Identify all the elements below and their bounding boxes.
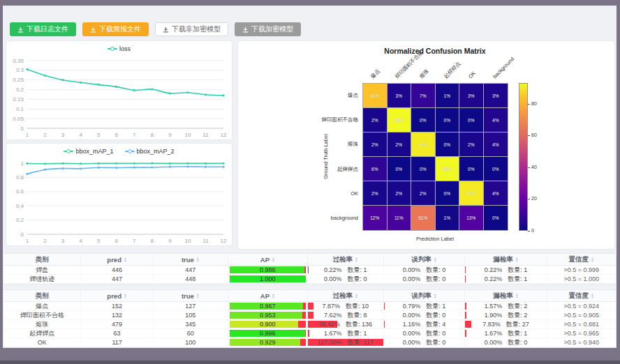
matrix-cell: 0% bbox=[436, 108, 460, 132]
cell-misjudge-rate: 0.00%数量: 0 bbox=[384, 266, 466, 275]
svg-text:5: 5 bbox=[97, 238, 101, 244]
download-button-1[interactable]: 下载日志文件 bbox=[10, 22, 76, 36]
matrix-cell-value: 12% bbox=[370, 215, 379, 220]
sort-icon[interactable]: ▲▼ bbox=[272, 293, 275, 298]
sort-icon[interactable]: ▲▼ bbox=[124, 293, 127, 298]
column-header-label: true bbox=[182, 292, 194, 300]
rate-bar bbox=[384, 303, 385, 310]
cell-confidence: >0.5 = 0.905 bbox=[547, 311, 616, 320]
cell-over-rate: 0.22%数量: 1 bbox=[308, 266, 384, 275]
matrix-row-label: background bbox=[301, 215, 358, 221]
matrix-cell-value: 90% bbox=[418, 142, 427, 147]
table-row: 焊印面积不合格1321050.9537.62%数量: 80.00%数量: 01.… bbox=[3, 311, 616, 320]
download-button-2[interactable]: 下载简报文件 bbox=[82, 22, 149, 36]
cell-pred: 132 bbox=[81, 311, 153, 320]
svg-text:1: 1 bbox=[26, 132, 29, 138]
rate-count: 数量: 0 bbox=[426, 311, 445, 320]
matrix-cell-value: 3% bbox=[492, 93, 499, 98]
table-header-row: 类别pred▲▼true▲▼AP▲▼过检率▲▼误判率▲▼漏检率▲▼置信度▲▼ bbox=[3, 290, 616, 302]
rate-count: 数量: 2 bbox=[508, 302, 527, 311]
svg-text:0.3: 0.3 bbox=[16, 67, 24, 73]
column-header-AP[interactable]: AP▲▼ bbox=[228, 254, 308, 266]
rate-percent: 1.90% bbox=[485, 312, 503, 319]
column-header-置信度[interactable]: 置信度▲▼ bbox=[547, 254, 616, 266]
sort-icon[interactable]: ▲▼ bbox=[196, 257, 200, 262]
svg-text:0.35: 0.35 bbox=[13, 58, 24, 64]
table-row: 爆点1521270.9677.87%数量: 100.79%数量: 11.57%数… bbox=[3, 302, 616, 311]
matrix-cell: 0% bbox=[484, 157, 508, 181]
sort-icon[interactable]: ▲▼ bbox=[591, 257, 594, 262]
column-header-true[interactable]: true▲▼ bbox=[154, 290, 228, 302]
ap-value: 0.996 bbox=[260, 330, 276, 337]
matrix-cell-value: 0% bbox=[420, 118, 426, 123]
map-chart-card: bbox_mAP_1bbox_mAP_2 00.20.40.60.8112345… bbox=[6, 143, 232, 246]
matrix-col-label: background bbox=[492, 56, 516, 80]
legend-item-bbox_mAP_1[interactable]: bbox_mAP_1 bbox=[64, 148, 113, 155]
cell-pred: 447 bbox=[81, 275, 153, 284]
svg-text:0.15: 0.15 bbox=[13, 96, 24, 103]
column-header-AP[interactable]: AP▲▼ bbox=[228, 290, 308, 302]
cell-misjudge-rate: 0.00%数量: 0 bbox=[384, 275, 466, 284]
svg-text:9: 9 bbox=[168, 132, 172, 138]
column-header-过检率[interactable]: 过检率▲▼ bbox=[308, 254, 384, 266]
table-row: OK1171000.929117.00%数量: 1170.00%数量: 00.0… bbox=[3, 338, 616, 347]
sort-icon[interactable]: ▲▼ bbox=[355, 257, 358, 262]
matrix-cell: 2% bbox=[363, 108, 388, 132]
column-header-漏检率[interactable]: 漏检率▲▼ bbox=[465, 254, 547, 266]
svg-text:4: 4 bbox=[79, 132, 82, 138]
column-header-误判率[interactable]: 误判率▲▼ bbox=[384, 254, 466, 266]
legend-item-loss[interactable]: loss bbox=[108, 45, 131, 52]
download-icon bbox=[90, 26, 96, 33]
matrix-cell-value: 2% bbox=[420, 191, 426, 196]
svg-text:0.2: 0.2 bbox=[16, 217, 24, 223]
cell-class-label: OK bbox=[3, 338, 81, 347]
cell-over-rate: 7.87%数量: 10 bbox=[308, 302, 384, 311]
matrix-cell: 2% bbox=[388, 181, 412, 206]
svg-text:0.1: 0.1 bbox=[16, 106, 24, 112]
sort-icon[interactable]: ▲▼ bbox=[196, 293, 200, 298]
svg-text:0.25: 0.25 bbox=[13, 77, 24, 83]
rate-bar bbox=[308, 330, 309, 337]
matrix-cell: 1% bbox=[436, 84, 460, 108]
sort-icon[interactable]: ▲▼ bbox=[591, 293, 594, 298]
table-row: 焊盘4464470.9860.22%数量: 10.00%数量: 00.22%数量… bbox=[3, 266, 616, 275]
confidence-value: >0.5 = 0.924 bbox=[564, 303, 600, 310]
svg-text:2: 2 bbox=[43, 238, 47, 244]
matrix-cell-value: 0% bbox=[468, 118, 474, 123]
download-button-4[interactable]: 下载加密模型 bbox=[235, 22, 301, 36]
legend-item-bbox_mAP_2[interactable]: bbox_mAP_2 bbox=[125, 148, 175, 155]
matrix-col-label: OK bbox=[467, 70, 478, 80]
rate-count: 数量: 1 bbox=[508, 329, 527, 338]
matrix-cell-value: 1% bbox=[444, 215, 450, 220]
cell-ap: 0.986 bbox=[228, 266, 308, 275]
column-header-类别: 类别 bbox=[3, 254, 81, 266]
matrix-cell: 0% bbox=[459, 108, 484, 132]
download-button-3[interactable]: 下载非加密模型 bbox=[155, 22, 228, 36]
sort-icon[interactable]: ▲▼ bbox=[434, 257, 437, 262]
svg-text:6: 6 bbox=[115, 132, 119, 138]
sort-icon[interactable]: ▲▼ bbox=[434, 293, 437, 298]
column-header-pred[interactable]: pred▲▼ bbox=[81, 254, 153, 266]
column-header-误判率[interactable]: 误判率▲▼ bbox=[384, 290, 466, 302]
column-header-pred[interactable]: pred▲▼ bbox=[81, 290, 153, 302]
legend-marker-icon bbox=[108, 48, 117, 50]
rate-count: 数量: 0 bbox=[426, 275, 445, 284]
sort-icon[interactable]: ▲▼ bbox=[124, 257, 127, 262]
column-header-过检率[interactable]: 过检率▲▼ bbox=[308, 290, 384, 302]
sort-icon[interactable]: ▲▼ bbox=[355, 293, 358, 298]
matrix-cell-value: 81% bbox=[370, 93, 379, 98]
sort-icon[interactable]: ▲▼ bbox=[515, 293, 519, 298]
column-header-label: AP bbox=[260, 292, 270, 300]
cell-true: 105 bbox=[154, 311, 228, 320]
sort-icon[interactable]: ▲▼ bbox=[515, 257, 519, 262]
cell-pred: 152 bbox=[81, 302, 153, 311]
download-button-label: 下载日志文件 bbox=[27, 24, 68, 34]
sort-icon[interactable]: ▲▼ bbox=[272, 257, 275, 262]
column-header-漏检率[interactable]: 漏检率▲▼ bbox=[465, 290, 547, 302]
matrix-cell: 2% bbox=[459, 132, 484, 157]
column-header-true[interactable]: true▲▼ bbox=[154, 254, 228, 266]
page-content: 下载日志文件下载简报文件下载非加密模型下载加密模型 loss 00.050.10… bbox=[3, 6, 617, 342]
confidence-value: >0.5 = 0.965 bbox=[564, 330, 600, 337]
column-header-置信度[interactable]: 置信度▲▼ bbox=[547, 290, 616, 302]
rate-percent: 39.42% bbox=[318, 321, 340, 328]
